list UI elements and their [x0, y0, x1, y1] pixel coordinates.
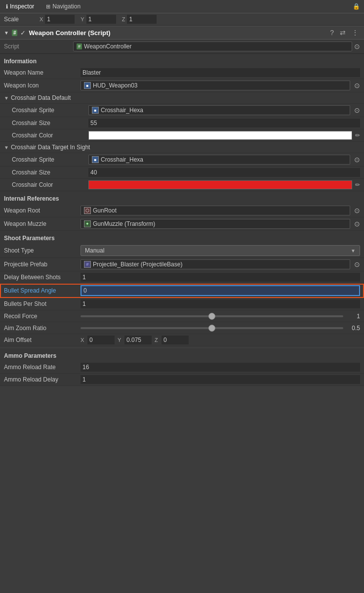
crosshair-default-color-swatch[interactable] [88, 131, 352, 140]
weapon-name-input[interactable] [81, 68, 360, 77]
shoot-type-dropdown[interactable]: Manual ▼ [81, 245, 360, 256]
script-row: Script # WeaponController ⊙ [0, 40, 364, 54]
ammo-reload-delay-container [81, 375, 360, 384]
crosshair-target-sprite-row: Crosshair Sprite ■ Crosshair_Hexa ⊙ [0, 153, 364, 167]
weapon-icon-asset-name: HUD_Weapon03 [93, 82, 347, 89]
aim-offset-container: X Y Z [81, 336, 360, 344]
bullet-spread-label: Bullet Spread Angle [4, 287, 81, 294]
bullets-per-input[interactable] [81, 299, 360, 308]
shoot-type-row: Shoot Type Manual ▼ [0, 244, 364, 258]
scale-z-label: Z [122, 16, 125, 22]
nav-icon: ⊞ [46, 3, 50, 10]
weapon-muzzle-asset[interactable]: ✦ GunMuzzle (Transform) [81, 219, 350, 229]
weapon-name-label: Weapon Name [4, 69, 81, 76]
projectile-icon: # [84, 261, 91, 268]
crosshair-default-color-row: Crosshair Color ✏ [0, 129, 364, 142]
weapon-icon-label: Weapon Icon [4, 82, 81, 89]
recoil-container: 1 [81, 313, 360, 320]
help-button[interactable]: ? [328, 29, 335, 37]
recoil-slider-container [81, 315, 343, 317]
projectile-container: # Projectile_Blaster (ProjectileBase) ⊙ [81, 259, 360, 269]
weapon-muzzle-target[interactable]: ⊙ [354, 220, 360, 228]
crosshair-default-sprite-container: ■ Crosshair_Hexa ⊙ [88, 105, 360, 115]
bullet-spread-row: Bullet Spread Angle [0, 284, 364, 298]
info-icon: ℹ [6, 3, 8, 10]
crosshair-target-eyedropper[interactable]: ✏ [355, 181, 360, 188]
aim-zoom-row: Aim Zoom Ratio 0.5 [0, 322, 364, 334]
crosshair-default-header[interactable]: ▼ Crosshair Data Default [0, 92, 364, 104]
delay-shots-input[interactable] [81, 273, 360, 282]
recoil-label: Recoil Force [4, 313, 81, 320]
weapon-icon-target-button[interactable]: ⊙ [354, 82, 360, 89]
crosshair-default-label: Crosshair Data Default [11, 94, 71, 101]
crosshair-target-size-label: Crosshair Size [12, 169, 88, 176]
aim-offset-x-group: X [81, 336, 115, 344]
crosshair-target-header[interactable]: ▼ Crosshair Data Target In Sight [0, 142, 364, 153]
crosshair-default-color-container: ✏ [88, 131, 360, 140]
tab-bar: ℹ Inspector ⊞ Navigation 🔒 [0, 0, 364, 13]
weapon-root-asset[interactable]: ⬡ GunRoot [81, 206, 350, 215]
bullets-per-row: Bullets Per Shot [0, 298, 364, 310]
aim-offset-y-input[interactable] [124, 336, 152, 344]
recoil-slider-track[interactable] [81, 315, 343, 317]
internal-refs-heading: Internal References [0, 191, 364, 204]
weapon-root-target[interactable]: ⊙ [354, 207, 360, 214]
information-heading: Information [0, 54, 364, 67]
aim-zoom-value: 0.5 [345, 325, 360, 332]
crosshair-default-size-row: Crosshair Size [0, 117, 364, 129]
scale-x-label: X [40, 16, 43, 22]
crosshair-target-size-row: Crosshair Size [0, 167, 364, 179]
script-value: WeaponController [84, 43, 132, 50]
crosshair-target-color-swatch[interactable] [88, 180, 352, 189]
projectile-target[interactable]: ⊙ [354, 260, 360, 268]
weapon-muzzle-row: Weapon Muzzle ✦ GunMuzzle (Transform) ⊙ [0, 217, 364, 231]
aim-offset-z-label: Z [155, 337, 161, 343]
aim-zoom-container: 0.5 [81, 325, 360, 332]
recoil-row: Recoil Force 1 [0, 310, 364, 322]
aim-zoom-slider-thumb[interactable] [208, 325, 215, 332]
ammo-reload-rate-container [81, 363, 360, 372]
crosshair-target-sprite-asset[interactable]: ■ Crosshair_Hexa [88, 155, 350, 165]
aim-offset-z-input[interactable] [162, 336, 189, 344]
component-checkbox[interactable]: ✓ [20, 29, 26, 37]
collapse-arrow[interactable]: ▼ [4, 30, 9, 36]
scale-z-group: Z [122, 15, 157, 24]
aim-offset-xyz: X Y Z [81, 336, 360, 344]
scale-y-input[interactable] [86, 15, 116, 24]
crosshair-default-eyedropper[interactable]: ✏ [355, 132, 360, 139]
weapon-icon-asset-icon: ■ [84, 82, 91, 89]
crosshair-default-size-container [88, 119, 360, 127]
projectile-asset[interactable]: # Projectile_Blaster (ProjectileBase) [81, 259, 350, 269]
weapon-icon-value-container: ■ HUD_Weapon03 ⊙ [81, 81, 360, 90]
tab-navigation[interactable]: ⊞ Navigation [44, 2, 82, 11]
crosshair-default-size-input[interactable] [88, 119, 360, 127]
scale-z-input[interactable] [127, 15, 157, 24]
script-target-button[interactable]: ⊙ [354, 42, 360, 50]
tab-inspector[interactable]: ℹ Inspector [4, 2, 36, 11]
aim-offset-y-group: Y [118, 336, 152, 344]
crosshair-target-size-input[interactable] [88, 168, 360, 177]
crosshair-target-size-container [88, 168, 360, 177]
bullet-spread-input[interactable] [81, 285, 360, 296]
crosshair-default-sprite-asset[interactable]: ■ Crosshair_Hexa [88, 105, 350, 115]
settings-button[interactable]: ⇄ [338, 29, 347, 37]
ammo-reload-delay-input[interactable] [81, 375, 360, 384]
more-button[interactable]: ⋮ [350, 29, 360, 37]
weapon-root-row: Weapon Root ⬡ GunRoot ⊙ [0, 204, 364, 217]
tab-inspector-label: Inspector [10, 3, 34, 10]
crosshair-default-sprite-target[interactable]: ⊙ [354, 106, 360, 114]
component-header: ▼ # ✓ Weapon Controller (Script) ? ⇄ ⋮ [0, 26, 364, 40]
ammo-reload-rate-input[interactable] [81, 363, 360, 372]
weapon-root-container: ⬡ GunRoot ⊙ [81, 206, 360, 215]
weapon-icon-asset[interactable]: ■ HUD_Weapon03 [81, 81, 350, 90]
ammo-params-heading: Ammo Parameters [0, 348, 364, 361]
crosshair-target-sprite-target[interactable]: ⊙ [354, 156, 360, 164]
recoil-slider-thumb[interactable] [208, 313, 215, 320]
lock-icon: 🔒 [353, 3, 360, 10]
crosshair-target-sprite-icon: ■ [92, 156, 99, 163]
aim-offset-z-group: Z [155, 336, 189, 344]
aim-offset-x-input[interactable] [87, 336, 115, 344]
scale-row: Scale X Y Z [0, 13, 364, 26]
scale-x-input[interactable] [45, 15, 75, 24]
aim-zoom-slider-track[interactable] [81, 327, 343, 329]
